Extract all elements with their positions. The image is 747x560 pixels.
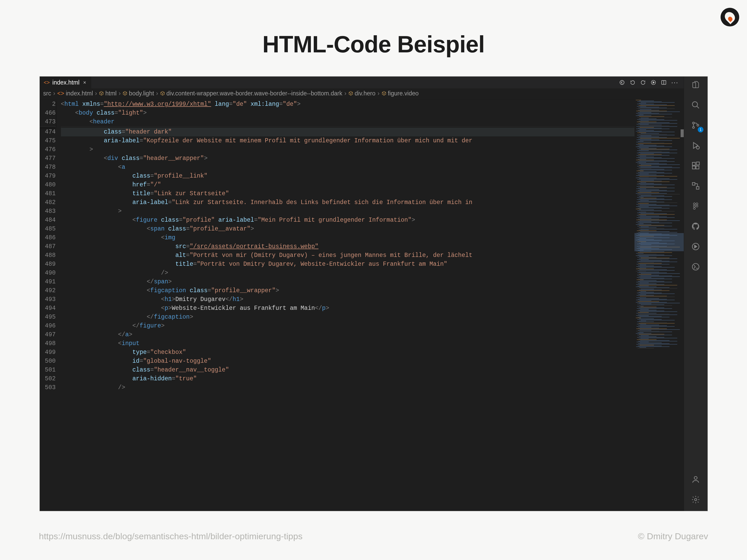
tab-bar: <> index.html × ··· [40, 76, 684, 88]
code-line: aria-label="Link zur Startseite. Innerha… [61, 198, 635, 207]
code-line: alt="Porträt von mir (Dmitry Dugarev) – … [61, 251, 635, 260]
svg-point-0 [620, 80, 624, 84]
chevron-right-icon: › [119, 90, 121, 97]
code-line: class="profile__link" [61, 172, 635, 180]
code-line: <h1>Dmitry Dugarev</h1> [61, 295, 635, 304]
account-icon[interactable] [690, 473, 702, 486]
page-title: HTML-Code Beispiel [0, 0, 747, 76]
chevron-right-icon: › [95, 90, 97, 97]
line-number: 477 [40, 154, 56, 163]
element-icon [382, 91, 386, 96]
chevron-right-icon: › [156, 90, 158, 97]
run-debug-icon[interactable] [690, 139, 702, 152]
live-preview-icon[interactable] [690, 240, 702, 253]
code-line: href="/" [61, 180, 635, 189]
breadcrumb-item[interactable]: src [43, 90, 51, 97]
code-line: /> [61, 383, 635, 392]
line-number: 476 [40, 145, 56, 154]
svg-point-22 [693, 207, 695, 209]
line-number: 473 [40, 118, 56, 126]
breadcrumb-item[interactable]: figure.video [382, 90, 419, 97]
element-icon [349, 91, 353, 96]
element-icon [99, 91, 104, 96]
page-footer: https://musnuss.de/blog/semantisches-htm… [39, 531, 708, 541]
minimap-viewport[interactable] [635, 233, 684, 251]
line-number: 492 [40, 286, 56, 295]
breadcrumb-item[interactable]: body.light [123, 90, 154, 97]
breadcrumb-item[interactable]: div.content-wrapper.wave-border.wave-bor… [160, 90, 342, 97]
line-number: 494 [40, 304, 56, 313]
svg-point-21 [696, 205, 698, 207]
svg-rect-14 [692, 182, 695, 185]
line-number: 497 [40, 330, 56, 339]
code-line: <img [61, 233, 635, 242]
breadcrumb-item[interactable]: html [99, 90, 117, 97]
close-icon[interactable]: × [82, 80, 87, 85]
split-editor-icon[interactable] [661, 80, 667, 85]
go-back-icon[interactable] [619, 79, 625, 85]
line-number: 483 [40, 207, 56, 216]
code-line: <a [61, 163, 635, 172]
line-number: 501 [40, 365, 56, 374]
breadcrumb-item[interactable]: div.hero [349, 90, 376, 97]
footer-copyright: © Dmitry Dugarev [638, 531, 708, 541]
chevron-right-icon: › [53, 90, 55, 97]
line-number: 482 [40, 198, 56, 207]
svg-point-26 [695, 499, 697, 501]
activity-bar [684, 76, 707, 511]
code-line: <html xmlns="http://www.w3.org/1999/xhtm… [61, 100, 635, 109]
line-number: 2 [40, 100, 56, 109]
code-icon: <> [57, 90, 64, 97]
code-line: title="Link zur Startseite" [61, 189, 635, 198]
code-line: </span> [61, 277, 635, 286]
search-icon[interactable] [690, 99, 702, 111]
code-line: <div class="header__wrapper"> [61, 154, 635, 163]
svg-rect-12 [696, 166, 699, 169]
line-number: 479 [40, 172, 56, 180]
components-icon[interactable] [690, 180, 702, 192]
more-icon[interactable]: ··· [671, 79, 678, 86]
line-number: 503 [40, 383, 56, 392]
tab-index-html[interactable]: <> index.html × [40, 76, 92, 88]
settings-gear-icon[interactable] [690, 493, 702, 506]
line-number: 490 [40, 269, 56, 277]
nav-forward-icon[interactable] [640, 80, 646, 85]
svg-point-7 [693, 127, 694, 128]
line-number: 486 [40, 233, 56, 242]
svg-point-8 [697, 124, 699, 126]
code-line: id="global-nav-toggle" [61, 357, 635, 365]
svg-point-18 [693, 203, 695, 205]
extensions-icon[interactable] [690, 159, 702, 172]
line-number: 487 [40, 242, 56, 251]
line-number: 484 [40, 216, 56, 225]
code-line: </figcaption> [61, 313, 635, 322]
code-line: type="checkbox" [61, 348, 635, 357]
explorer-icon[interactable] [690, 79, 702, 91]
nav-back-icon[interactable] [630, 80, 636, 85]
svg-rect-13 [696, 162, 699, 165]
github-icon[interactable] [690, 220, 702, 233]
code-line: > [61, 207, 635, 216]
figma-icon[interactable] [690, 200, 702, 212]
chevron-right-icon: › [378, 90, 380, 97]
scrollbar-thumb[interactable] [680, 129, 684, 137]
line-number: 474 [40, 128, 56, 136]
line-number: 478 [40, 163, 56, 172]
minimap[interactable] [635, 98, 684, 511]
source-control-icon[interactable] [690, 119, 702, 131]
breadcrumb-label: div.hero [355, 90, 376, 97]
line-number: 475 [40, 136, 56, 145]
code-line: aria-label="Kopfzeile der Website mit me… [61, 136, 635, 145]
code-line: </figure> [61, 322, 635, 330]
line-number: 466 [40, 109, 56, 118]
code-content[interactable]: <html xmlns="http://www.w3.org/1999/xhtm… [61, 98, 635, 511]
svg-point-9 [696, 146, 699, 149]
svg-line-5 [697, 106, 699, 108]
breadcrumb-item[interactable]: <>index.html [57, 90, 93, 97]
code-line: <body class="light"> [61, 109, 635, 118]
run-icon[interactable] [650, 80, 656, 85]
remote-icon[interactable] [690, 260, 702, 273]
breadcrumb-label: src [43, 90, 51, 97]
code-line: <span class="profile__avatar"> [61, 225, 635, 233]
code-line: > [61, 145, 635, 154]
